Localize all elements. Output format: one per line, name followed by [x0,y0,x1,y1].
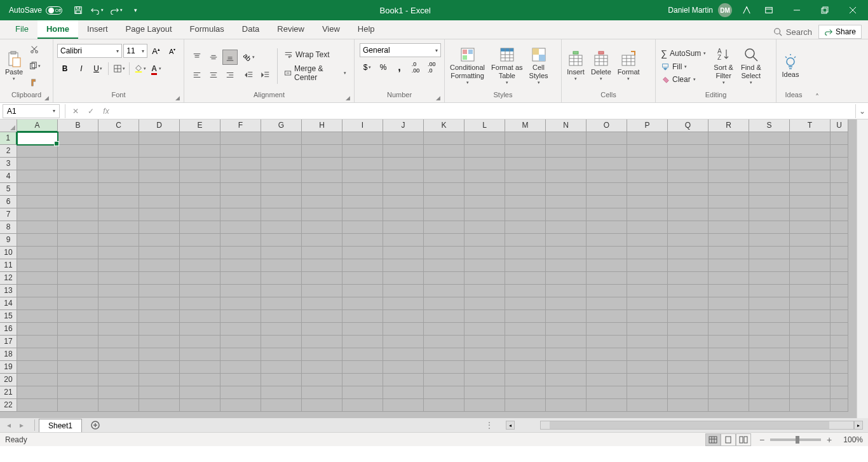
cell-L10[interactable] [465,247,505,259]
cell-T2[interactable] [790,145,831,158]
cell-F9[interactable] [220,234,261,247]
cell-Q9[interactable] [668,234,709,247]
cell-T20[interactable] [790,374,831,386]
cell-B4[interactable] [58,170,98,183]
cell-B3[interactable] [58,158,98,170]
cell-G21[interactable] [261,386,302,399]
cell-C5[interactable] [98,183,139,196]
cell-N13[interactable] [546,285,587,297]
cell-T5[interactable] [790,183,831,196]
cell-Q13[interactable] [668,285,709,297]
cell-F2[interactable] [220,145,261,158]
cell-E2[interactable] [180,145,220,158]
cell-A12[interactable] [17,272,58,285]
cell-K5[interactable] [424,183,465,196]
cell-L1[interactable] [465,132,505,145]
cell-T12[interactable] [790,272,831,285]
cell-K18[interactable] [424,348,465,361]
align-middle-button[interactable] [206,50,221,65]
cell-A5[interactable] [17,183,58,196]
cell-L8[interactable] [465,221,505,234]
cell-U1[interactable] [831,132,848,145]
cell-Q7[interactable] [668,208,709,221]
cell-P7[interactable] [627,208,668,221]
cell-P5[interactable] [627,183,668,196]
cell-R20[interactable] [709,374,749,386]
cell-M22[interactable] [505,399,546,412]
cell-G6[interactable] [261,196,302,208]
cell-R3[interactable] [709,158,749,170]
cell-S4[interactable] [749,170,790,183]
cell-D10[interactable] [139,247,180,259]
font-size-combo[interactable]: 11▾ [123,44,147,58]
user-avatar[interactable]: DM [718,3,732,17]
cell-B20[interactable] [58,374,98,386]
sheet-nav-next[interactable]: ▸ [15,419,28,431]
column-header-U[interactable]: U [831,119,848,132]
cell-O3[interactable] [587,158,627,170]
cell-A1[interactable] [17,132,58,145]
cell-A16[interactable] [17,323,58,336]
cell-A15[interactable] [17,310,58,323]
cell-T3[interactable] [790,158,831,170]
font-launcher[interactable]: ◢ [175,95,180,101]
tab-file[interactable]: File [6,20,37,39]
cell-C7[interactable] [98,208,139,221]
cell-R17[interactable] [709,336,749,348]
cell-G22[interactable] [261,399,302,412]
wrap-text-button[interactable]: Wrap Text [281,49,349,60]
column-header-S[interactable]: S [749,119,790,132]
cell-G16[interactable] [261,323,302,336]
cell-E16[interactable] [180,323,220,336]
cell-N11[interactable] [546,259,587,272]
cell-U6[interactable] [831,196,848,208]
cell-I4[interactable] [342,170,383,183]
cell-T16[interactable] [790,323,831,336]
cell-S2[interactable] [749,145,790,158]
cell-R10[interactable] [709,247,749,259]
cell-D13[interactable] [139,285,180,297]
sort-filter-button[interactable]: AZ Sort &Filter▾ [711,44,736,87]
cell-E18[interactable] [180,348,220,361]
row-header-7[interactable]: 7 [0,208,17,221]
cell-U18[interactable] [831,348,848,361]
cell-K13[interactable] [424,285,465,297]
cell-A18[interactable] [17,348,58,361]
merge-center-button[interactable]: Merge & Center ▾ [281,63,349,83]
cell-G2[interactable] [261,145,302,158]
cell-H12[interactable] [302,272,342,285]
cell-R9[interactable] [709,234,749,247]
search-input[interactable]: Search [773,27,812,37]
increase-decimal-button[interactable]: .0.00 [408,60,423,75]
cell-K1[interactable] [424,132,465,145]
cell-J21[interactable] [383,386,424,399]
cell-Q18[interactable] [668,348,709,361]
cell-Q19[interactable] [668,361,709,374]
tab-home[interactable]: Home [37,20,78,39]
qat-customize[interactable]: ▾ [128,3,142,17]
cell-U3[interactable] [831,158,848,170]
cell-G12[interactable] [261,272,302,285]
cell-J8[interactable] [383,221,424,234]
cell-O14[interactable] [587,297,627,310]
maximize-button[interactable] [812,0,837,20]
comma-format-button[interactable]: , [392,60,407,75]
cell-Q15[interactable] [668,310,709,323]
cell-U14[interactable] [831,297,848,310]
cell-F7[interactable] [220,208,261,221]
cell-G3[interactable] [261,158,302,170]
column-header-K[interactable]: K [424,119,465,132]
align-center-button[interactable] [206,67,221,83]
insert-function-button[interactable]: fx [98,104,114,118]
cell-T4[interactable] [790,170,831,183]
cell-I10[interactable] [342,247,383,259]
cell-J19[interactable] [383,361,424,374]
cell-U13[interactable] [831,285,848,297]
cell-J13[interactable] [383,285,424,297]
cell-I21[interactable] [342,386,383,399]
cell-E13[interactable] [180,285,220,297]
cell-F15[interactable] [220,310,261,323]
cell-D6[interactable] [139,196,180,208]
cell-T19[interactable] [790,361,831,374]
cell-Q3[interactable] [668,158,709,170]
